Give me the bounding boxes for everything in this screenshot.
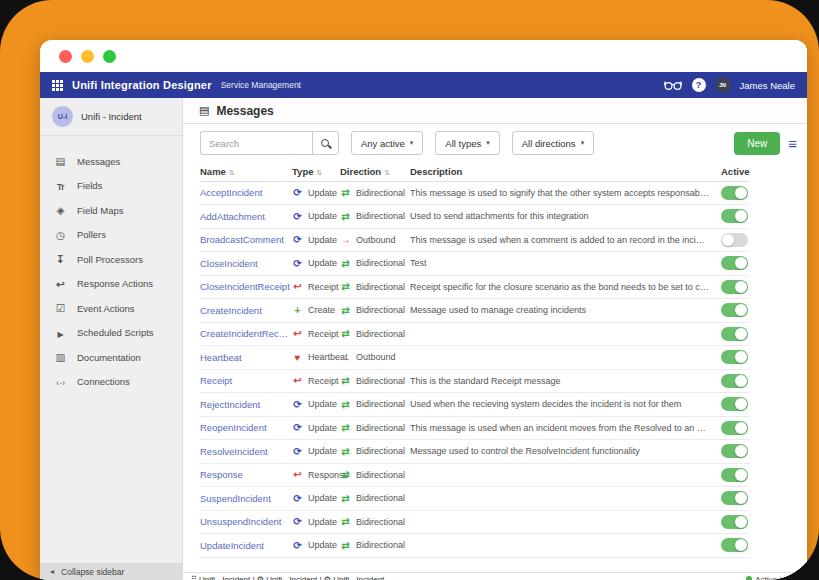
direction-label: Outbound xyxy=(356,352,396,362)
active-toggle[interactable] xyxy=(721,209,748,223)
active-toggle[interactable] xyxy=(721,350,748,364)
type-icon xyxy=(292,493,303,504)
collapse-sidebar-button[interactable]: ◂ Collapse sidebar xyxy=(40,563,182,580)
active-toggle[interactable] xyxy=(721,397,748,411)
app-grid-icon[interactable] xyxy=(52,80,63,91)
type-label: Update xyxy=(308,399,337,409)
message-name-link[interactable]: ReopenIncident xyxy=(200,422,292,433)
sidebar-item-label: Event Actions xyxy=(77,303,135,314)
sidebar-item-icon xyxy=(54,155,67,167)
direction-label: Bidirectional xyxy=(356,376,405,386)
direction-label: Bidirectional xyxy=(356,188,405,198)
table-row: CreateIncidentReceipt Receipt Bidirectio… xyxy=(200,323,749,347)
search-input[interactable] xyxy=(200,131,312,155)
help-icon[interactable]: ? xyxy=(692,78,706,92)
message-name-link[interactable]: SuspendIncident xyxy=(200,493,292,504)
message-name-link[interactable]: UnsuspendIncident xyxy=(200,516,292,527)
maximize-window-button[interactable] xyxy=(103,50,116,63)
active-toggle[interactable] xyxy=(721,491,748,505)
minimize-window-button[interactable] xyxy=(81,50,94,63)
type-label: Receipt xyxy=(308,376,339,386)
type-icon xyxy=(292,422,303,433)
glasses-icon[interactable] xyxy=(663,80,683,91)
sidebar-item[interactable]: Field Maps xyxy=(40,198,182,223)
sidebar-item[interactable]: Scheduled Scripts xyxy=(40,321,182,346)
column-header-direction[interactable]: Direction xyxy=(340,166,410,177)
footer-left-text: ⠿ Unifi - Incident | ⚙ Unifi - Incident … xyxy=(191,575,384,580)
table-row: RejectIncident Update Bidirectional Used… xyxy=(200,393,749,417)
hamburger-menu-icon[interactable]: ≡ xyxy=(788,136,801,151)
message-name-link[interactable]: Response xyxy=(200,469,292,480)
sidebar-item-label: Scheduled Scripts xyxy=(77,327,154,338)
active-toggle[interactable] xyxy=(721,421,748,435)
sidebar-item-label: Response Actions xyxy=(77,278,153,289)
active-toggle[interactable] xyxy=(721,327,748,341)
active-toggle[interactable] xyxy=(721,538,748,552)
message-description: This message is used to signify that the… xyxy=(410,188,721,198)
message-name-link[interactable]: RejectIncident xyxy=(200,399,292,410)
message-name-link[interactable]: UpdateIncident xyxy=(200,540,292,551)
sidebar-item[interactable]: Connections xyxy=(40,370,182,395)
active-toggle[interactable] xyxy=(721,444,748,458)
message-name-link[interactable]: AddAttachment xyxy=(200,211,292,222)
sidebar-item-label: Documentation xyxy=(77,352,141,363)
message-name-link[interactable]: Receipt xyxy=(200,375,292,386)
active-toggle[interactable] xyxy=(721,303,748,317)
message-description: This message is used when an incident mo… xyxy=(410,423,721,433)
message-name-link[interactable]: Heartbeat xyxy=(200,352,292,363)
message-name-link[interactable]: CloseIncidentReceipt xyxy=(200,281,292,292)
message-name-link[interactable]: AcceptIncident xyxy=(200,187,292,198)
table-row: Response Response Bidirectional xyxy=(200,464,749,488)
message-description: Receipt specific for the closure scenari… xyxy=(410,282,721,292)
user-name[interactable]: James Neale xyxy=(740,80,795,91)
workspace-name: Unifi - Incident xyxy=(81,111,142,122)
sidebar-item[interactable]: Fields xyxy=(40,174,182,199)
message-name-link[interactable]: BroadcastComment xyxy=(200,234,292,245)
active-toggle[interactable] xyxy=(721,280,748,294)
message-name-link[interactable]: CloseIncident xyxy=(200,258,292,269)
active-toggle[interactable] xyxy=(721,186,748,200)
table-row: ReopenIncident Update Bidirectional This… xyxy=(200,417,749,441)
message-name-link[interactable]: CreateIncident xyxy=(200,305,292,316)
type-label: Update xyxy=(308,446,337,456)
close-window-button[interactable] xyxy=(59,50,72,63)
footer-right-text: Active | Built xyxy=(755,575,799,580)
collapse-sidebar-label: Collapse sidebar xyxy=(61,567,124,577)
active-toggle[interactable] xyxy=(721,468,748,482)
table-row: UpdateIncident Update Bidirectional xyxy=(200,534,749,558)
sidebar-item[interactable]: Messages xyxy=(40,149,182,174)
sidebar-item[interactable]: Poll Processors xyxy=(40,247,182,272)
table-row: CreateIncident Create Bidirectional Mess… xyxy=(200,299,749,323)
direction-label: Bidirectional xyxy=(356,540,405,550)
message-description: Message used to manage creating incident… xyxy=(410,305,721,315)
message-description: Used to send attachments for this integr… xyxy=(410,211,721,221)
type-label: Receipt xyxy=(308,282,339,292)
active-toggle[interactable] xyxy=(721,233,748,247)
workspace-switcher[interactable]: U-I Unifi - Incident xyxy=(40,98,182,136)
sidebar-item[interactable]: Pollers xyxy=(40,223,182,248)
new-button[interactable]: New xyxy=(734,132,780,155)
direction-icon xyxy=(340,446,351,457)
filter-types-dropdown[interactable]: All types xyxy=(435,131,499,155)
message-description: Message used to control the ResolveIncid… xyxy=(410,446,721,456)
user-avatar[interactable]: JN xyxy=(715,77,731,93)
active-toggle[interactable] xyxy=(721,515,748,529)
active-toggle[interactable] xyxy=(721,374,748,388)
sidebar-item[interactable]: Documentation xyxy=(40,345,182,370)
message-description: Used when the recieving system decides t… xyxy=(410,399,721,409)
sidebar-item[interactable]: Response Actions xyxy=(40,272,182,297)
search-icon xyxy=(320,138,331,149)
filter-active-dropdown[interactable]: Any active xyxy=(351,131,423,155)
search-button[interactable] xyxy=(312,131,339,155)
direction-label: Bidirectional xyxy=(356,329,405,339)
table-row: CloseIncident Update Bidirectional Test xyxy=(200,252,749,276)
message-name-link[interactable]: ResolveIncident xyxy=(200,446,292,457)
sidebar-item[interactable]: Event Actions xyxy=(40,296,182,321)
column-header-name[interactable]: Name xyxy=(200,166,292,177)
active-toggle[interactable] xyxy=(721,256,748,270)
table-row: UnsuspendIncident Update Bidirectional xyxy=(200,511,749,535)
direction-label: Bidirectional xyxy=(356,423,405,433)
filter-directions-dropdown[interactable]: All directions xyxy=(512,131,594,155)
column-header-type[interactable]: Type xyxy=(292,166,340,177)
message-name-link[interactable]: CreateIncidentReceipt xyxy=(200,328,292,339)
